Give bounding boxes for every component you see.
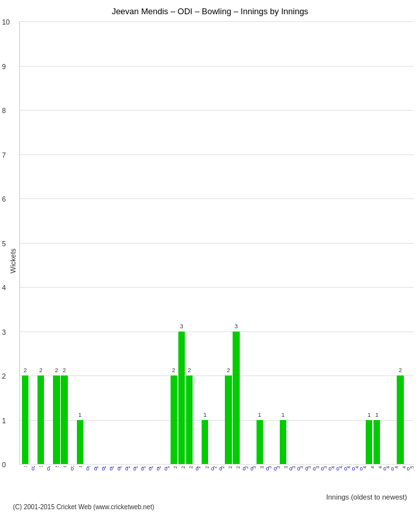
bar-group: 0 <box>45 21 52 464</box>
bar-value-label: 2 <box>39 367 43 374</box>
bar-group: 0 <box>29 21 37 464</box>
bar-value-label: 1 <box>258 412 261 418</box>
bar-group: 2 <box>224 21 232 464</box>
bar-group: 3 <box>233 21 240 464</box>
bar-value-label: 2 <box>55 367 58 374</box>
bar-value-label: 2 <box>172 367 175 374</box>
bar-group: 2 <box>37 21 45 464</box>
bar-group: 1 <box>279 21 287 464</box>
bar: 2 <box>22 375 28 464</box>
bar: 2 <box>37 375 44 464</box>
bar-group: 0 <box>295 21 302 464</box>
bar-group: 0 <box>302 21 310 464</box>
bar-group: 0 <box>264 21 271 464</box>
bar-group: 0 <box>357 21 365 464</box>
bar-value-label: 1 <box>368 412 371 418</box>
y-tick-label: 3 <box>2 328 6 336</box>
bar-group: 0 <box>342 21 350 464</box>
bar-group: 3 <box>178 21 185 464</box>
bars-area: 2020220100000000000232010023001001000000… <box>20 21 414 464</box>
bar-group: 0 <box>68 21 76 464</box>
bar-group: 0 <box>404 21 412 464</box>
bar: 2 <box>53 375 59 464</box>
x-axis-ticks: 1234567891011121314151617181920212223242… <box>19 466 414 491</box>
bar-group: 0 <box>147 21 154 464</box>
bar-group: 2 <box>52 21 60 464</box>
bar: 2 <box>225 375 231 464</box>
bar-group: 0 <box>326 21 334 464</box>
bar-group: 0 <box>240 21 248 464</box>
bar-value-label: 2 <box>24 367 27 374</box>
bar-group: 0 <box>350 21 357 464</box>
chart-inner: 0123456789102020220100000000000232010023… <box>19 21 414 501</box>
bar-value-label: 1 <box>78 412 81 418</box>
y-tick-label: 8 <box>2 107 6 114</box>
bar: 1 <box>366 420 372 465</box>
y-tick-label: 0 <box>2 461 6 469</box>
bar-value-label: 2 <box>187 367 191 374</box>
bar-group: 0 <box>123 21 131 464</box>
chart-container: Jeevan Mendis – ODI – Bowling – Innings … <box>0 0 420 517</box>
y-axis-label: Wickets <box>6 21 19 501</box>
bar-group: 2 <box>60 21 68 464</box>
bar: 3 <box>178 332 185 465</box>
bar-group: 0 <box>287 21 295 464</box>
bar-group: 0 <box>319 21 326 464</box>
y-tick-label: 9 <box>2 63 6 70</box>
bar-group: 0 <box>107 21 115 464</box>
bar-group: 0 <box>216 21 224 464</box>
x-tick-label: 50 <box>410 466 414 470</box>
bar-group: 1 <box>76 21 84 464</box>
bar: 1 <box>77 420 83 465</box>
bar: 1 <box>280 420 286 465</box>
bar-value-label: 1 <box>282 412 285 418</box>
y-tick-label: 1 <box>2 417 6 425</box>
bar-group: 0 <box>84 21 92 464</box>
x-axis-title: Innings (oldest to newest) <box>19 493 414 501</box>
bar-value-label: 1 <box>375 412 379 418</box>
bar-group: 0 <box>154 21 162 464</box>
bar-value-label: 2 <box>399 367 402 374</box>
bar-group: 0 <box>92 21 100 464</box>
bar-group: 0 <box>209 21 216 464</box>
bar: 1 <box>202 420 208 465</box>
bar-group: 1 <box>256 21 264 464</box>
footer: (C) 2001-2015 Cricket Web (www.cricketwe… <box>6 503 414 511</box>
bar-group: 2 <box>21 21 29 464</box>
bar-group: 0 <box>100 21 107 464</box>
bar: 3 <box>233 332 239 465</box>
y-tick-label: 6 <box>2 195 6 203</box>
bar-group: 2 <box>170 21 178 464</box>
bar-group: 1 <box>201 21 209 464</box>
bar-group: 0 <box>115 21 123 464</box>
y-tick-label: 2 <box>2 372 6 380</box>
bar: 1 <box>257 420 263 465</box>
y-tick-label: 7 <box>2 151 6 159</box>
bar: 2 <box>61 375 67 464</box>
bar-group: 1 <box>365 21 373 464</box>
bar-group: 2 <box>397 21 404 464</box>
bar-group: 0 <box>388 21 396 464</box>
bar: 1 <box>373 420 380 465</box>
chart-area: Wickets 01234567891020202201000000000002… <box>6 21 414 501</box>
bar-group: 0 <box>334 21 342 464</box>
bar: 2 <box>186 375 193 464</box>
bar-group: 0 <box>138 21 146 464</box>
bar-group: 2 <box>185 21 193 464</box>
bar-group: 1 <box>373 21 381 464</box>
chart-title: Jeevan Mendis – ODI – Bowling – Innings … <box>112 6 308 16</box>
bar-value-label: 3 <box>180 323 183 330</box>
bar-value-label: 2 <box>227 367 230 374</box>
bar-group: 0 <box>310 21 318 464</box>
bar-group: 0 <box>131 21 138 464</box>
plot-area: 0123456789102020220100000000000232010023… <box>19 21 414 465</box>
bar-group: 0 <box>193 21 201 464</box>
bar: 2 <box>171 375 177 464</box>
bar-value-label: 2 <box>63 367 66 374</box>
bar-group: 0 <box>162 21 170 464</box>
grid-line: 0 <box>20 464 414 465</box>
y-tick-label: 4 <box>2 284 6 291</box>
bar-group: 0 <box>271 21 279 464</box>
bar-value-label: 3 <box>235 323 238 330</box>
bar: 2 <box>397 375 403 464</box>
